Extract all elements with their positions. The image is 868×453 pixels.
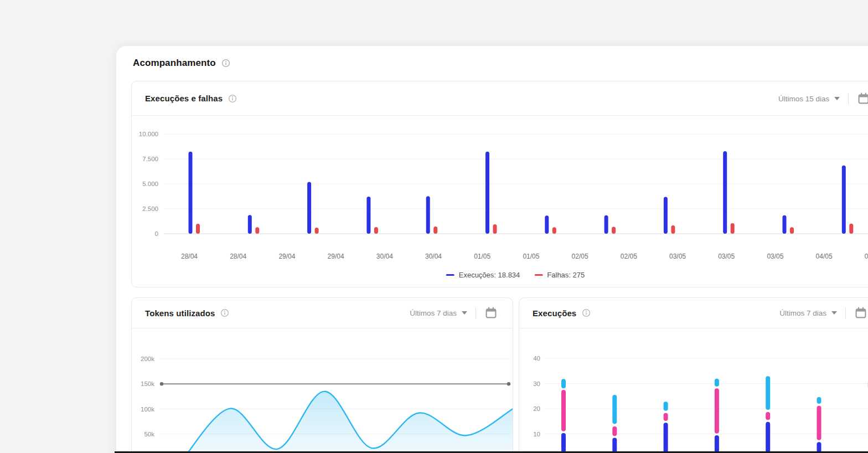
info-icon[interactable]	[220, 308, 229, 317]
info-icon[interactable]	[582, 308, 591, 317]
divider	[845, 307, 846, 319]
svg-text:02/05: 02/05	[572, 253, 588, 260]
svg-text:29/04: 29/04	[278, 253, 295, 260]
chart-legend: Execuções: 18.834 Falhas: 275	[446, 271, 585, 279]
svg-text:30: 30	[533, 380, 540, 387]
svg-text:28/04: 28/04	[230, 253, 246, 260]
card-controls: Últimos 15 dias	[778, 81, 868, 116]
svg-text:50k: 50k	[144, 431, 154, 437]
period-label: Últimos 15 dias	[778, 95, 829, 103]
content-panel: Acompanhamento Execuções e falhas Último…	[116, 46, 868, 453]
svg-text:01/05: 01/05	[523, 253, 539, 260]
legend-item-executions[interactable]: Execuções: 18.834	[446, 271, 520, 279]
svg-text:0: 0	[155, 230, 158, 237]
page-title: Acompanhamento	[133, 58, 216, 69]
calendar-icon	[857, 92, 868, 105]
period-label: Últimos 7 dias	[410, 309, 457, 317]
svg-text:29/04: 29/04	[328, 253, 344, 260]
info-icon[interactable]	[228, 94, 237, 103]
period-select[interactable]: Últimos 7 dias	[779, 309, 837, 317]
card-title: Tokens utilizados	[145, 308, 215, 318]
tokens-card: Tokens utilizados Últimos 7 dias 200k150…	[131, 297, 513, 453]
svg-text:200k: 200k	[141, 356, 154, 362]
executions-chart: 40302010	[519, 328, 868, 453]
svg-text:20: 20	[533, 405, 540, 412]
svg-text:28/04: 28/04	[181, 253, 198, 260]
svg-text:04/05: 04/05	[865, 253, 868, 260]
svg-text:10.000: 10.000	[139, 131, 158, 137]
period-select[interactable]: Últimos 7 dias	[410, 309, 467, 317]
card-header: Execuções e falhas Últimos 15 dias	[132, 81, 868, 116]
svg-text:04/05: 04/05	[816, 253, 833, 260]
svg-text:7.500: 7.500	[142, 156, 158, 162]
page-heading: Acompanhamento	[133, 58, 230, 69]
card-title: Execuções	[533, 308, 576, 318]
calendar-button[interactable]	[484, 306, 498, 320]
divider	[848, 93, 849, 105]
card-header: Execuções Últimos 7 dias	[519, 298, 868, 328]
svg-text:03/05: 03/05	[669, 253, 686, 260]
svg-text:30/04: 30/04	[425, 253, 442, 260]
chevron-down-icon	[462, 311, 467, 315]
calendar-icon	[484, 306, 498, 320]
calendar-button[interactable]	[854, 306, 867, 320]
executions-legend-mark	[446, 274, 454, 276]
card-title: Execuções e falhas	[145, 94, 223, 103]
svg-text:03/05: 03/05	[718, 253, 735, 260]
executions-failures-card: Execuções e falhas Últimos 15 dias 10.00…	[131, 81, 868, 287]
executions-failures-chart: 10.0007.5005.0002.500028/0428/0429/0429/…	[132, 116, 868, 265]
chevron-down-icon	[834, 97, 840, 100]
svg-text:100k: 100k	[141, 406, 154, 413]
card-header: Tokens utilizados Últimos 7 dias	[132, 298, 513, 328]
failures-legend-mark	[534, 274, 542, 276]
legend-label: Execuções: 18.834	[459, 271, 520, 279]
svg-text:02/05: 02/05	[621, 253, 637, 260]
info-icon[interactable]	[221, 59, 230, 68]
legend-item-failures[interactable]: Falhas: 275	[534, 271, 585, 279]
calendar-icon	[854, 306, 867, 320]
svg-text:03/05: 03/05	[767, 253, 783, 260]
period-label: Últimos 7 dias	[779, 309, 826, 317]
calendar-button[interactable]	[857, 92, 868, 105]
divider	[476, 307, 476, 319]
svg-text:150k: 150k	[141, 380, 154, 387]
chevron-down-icon	[831, 311, 837, 315]
svg-text:40: 40	[533, 355, 540, 362]
period-select[interactable]: Últimos 15 dias	[778, 95, 840, 103]
svg-text:10: 10	[533, 431, 540, 437]
svg-text:01/05: 01/05	[474, 253, 490, 260]
svg-text:5.000: 5.000	[142, 181, 158, 187]
card-controls: Últimos 7 dias	[779, 306, 867, 320]
legend-label: Falhas: 275	[547, 271, 585, 279]
svg-text:2.500: 2.500	[142, 205, 158, 212]
executions-card: Execuções Últimos 7 dias 40302010	[519, 297, 868, 453]
tokens-chart: 200k150k100k50k	[132, 328, 513, 453]
card-controls: Últimos 7 dias	[410, 306, 499, 320]
svg-text:30/04: 30/04	[376, 253, 393, 260]
